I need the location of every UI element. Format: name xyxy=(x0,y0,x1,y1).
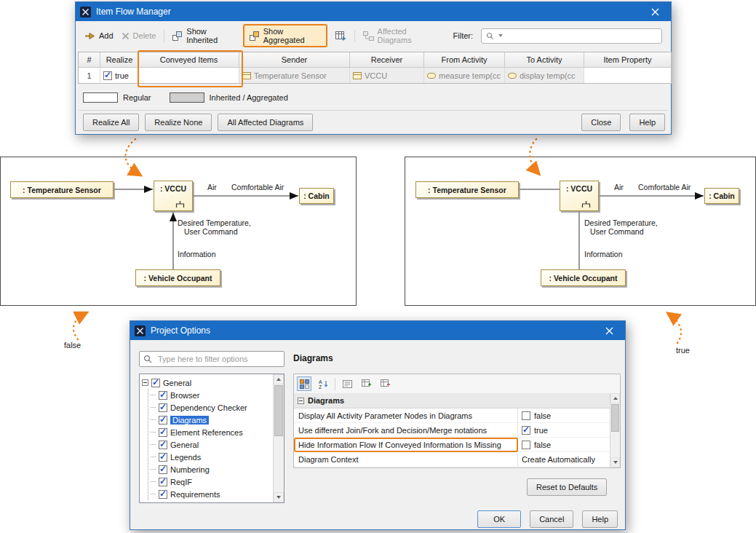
property-group-diagrams[interactable]: Diagrams xyxy=(294,393,610,408)
flow-label-comfortable-air: Comfortable Air xyxy=(231,183,284,192)
collapse-all-icon[interactable] xyxy=(378,376,392,391)
tree-checkbox[interactable] xyxy=(159,453,167,462)
tree-label-selected: Diagrams xyxy=(170,416,209,425)
close-icon[interactable] xyxy=(597,321,621,340)
property-value[interactable]: false xyxy=(518,408,610,423)
show-description-icon[interactable] xyxy=(340,376,354,391)
col-header-item-property[interactable]: Item Property xyxy=(584,52,671,68)
cell-realize[interactable]: true xyxy=(100,68,139,83)
scroll-down-icon[interactable] xyxy=(610,457,620,467)
tree-checkbox[interactable] xyxy=(151,379,160,387)
help-button[interactable]: Help xyxy=(629,114,665,131)
tree-checkbox[interactable] xyxy=(159,391,167,400)
tree-checkbox[interactable] xyxy=(159,428,167,437)
scroll-up-icon[interactable] xyxy=(274,374,284,384)
tree-item-reqif[interactable]: ReqIF xyxy=(148,475,273,488)
property-value[interactable]: true xyxy=(518,423,610,438)
tree-item-legends[interactable]: Legends xyxy=(148,451,273,463)
col-header-num[interactable]: # xyxy=(79,52,100,68)
scrollbar-thumb[interactable] xyxy=(611,404,619,432)
help-button[interactable]: Help xyxy=(582,510,618,528)
cell-item-property[interactable] xyxy=(584,68,671,83)
tree-item-diagrams[interactable]: Diagrams xyxy=(148,414,273,426)
filter-searchbox xyxy=(481,28,662,44)
cell-conveyed-items[interactable] xyxy=(139,68,239,83)
tree-checkbox[interactable] xyxy=(159,478,167,486)
cell-from-activity[interactable]: measure temp(cc xyxy=(424,68,505,83)
node-label: : Temperature Sensor xyxy=(428,186,506,194)
tree-item-browser[interactable]: Browser xyxy=(148,389,273,401)
affected-diagrams-label: Affected Diagrams xyxy=(378,27,437,44)
col-header-conveyed-items[interactable]: Conveyed Items xyxy=(139,52,239,68)
realize-checkbox[interactable] xyxy=(103,71,112,80)
all-affected-diagrams-button[interactable]: All Affected Diagrams xyxy=(218,114,313,131)
tree-item-element-references[interactable]: Element References xyxy=(148,426,273,438)
show-inherited-button[interactable]: Show Inherited xyxy=(172,27,234,44)
tree-checkbox[interactable] xyxy=(159,441,167,449)
options-filter-input[interactable] xyxy=(156,354,280,364)
property-row-highlighted[interactable]: Hide Information Flow If Conveyed Inform… xyxy=(294,438,610,452)
toolbar-separator xyxy=(335,378,335,390)
affected-diagrams-button[interactable]: Affected Diagrams xyxy=(363,27,437,44)
property-row[interactable]: Display All Activity Parameter Nodes in … xyxy=(294,408,610,423)
node-cabin: : Cabin xyxy=(299,188,334,204)
tree-item-numbering[interactable]: Numbering xyxy=(148,463,273,475)
property-row[interactable]: Use different Join/Fork and Decision/Mer… xyxy=(294,423,610,438)
collapse-icon[interactable] xyxy=(298,398,304,404)
node-vccu: : VCCU xyxy=(560,181,599,211)
scroll-down-icon[interactable] xyxy=(274,492,284,502)
table-row[interactable]: 1 true Temperature Sensor VCCU xyxy=(79,68,671,83)
node-label: : Cabin xyxy=(709,192,735,200)
realize-all-button[interactable]: Realize All xyxy=(83,114,139,131)
tree-checkbox[interactable] xyxy=(159,403,167,412)
col-header-to-activity[interactable]: To Activity xyxy=(505,52,584,68)
scroll-up-icon[interactable] xyxy=(610,393,620,403)
close-button[interactable]: Close xyxy=(581,114,621,131)
tree-scrollbar[interactable] xyxy=(273,374,284,502)
col-header-from-activity[interactable]: From Activity xyxy=(424,52,505,68)
cell-sender[interactable]: Temperature Sensor xyxy=(239,68,350,83)
col-header-receiver[interactable]: Receiver xyxy=(350,52,424,68)
scrollbar-thumb[interactable] xyxy=(274,385,283,436)
col-header-realize[interactable]: Realize xyxy=(100,52,139,68)
activity-icon xyxy=(427,72,436,79)
delete-button[interactable]: Delete xyxy=(122,31,156,40)
cell-to-activity[interactable]: display temp(cc xyxy=(505,68,584,83)
realize-none-button[interactable]: Realize None xyxy=(145,114,212,131)
node-temperature-sensor: : Temperature Sensor xyxy=(415,181,519,198)
legend-inherited-swatch xyxy=(170,92,204,103)
property-row[interactable]: Diagram Context Create Automatically xyxy=(294,452,610,467)
expand-all-icon[interactable] xyxy=(359,376,373,391)
tree-checkbox[interactable] xyxy=(159,416,167,425)
tree-checkbox[interactable] xyxy=(159,490,167,499)
columns-button[interactable] xyxy=(335,31,346,41)
filter-input[interactable] xyxy=(506,31,657,41)
sort-alphabetically-icon[interactable]: A Z xyxy=(316,376,330,391)
col-header-sender[interactable]: Sender xyxy=(239,52,350,68)
properties-scrollbar[interactable] xyxy=(610,393,620,467)
collapse-icon[interactable] xyxy=(142,379,148,386)
reset-to-defaults-button[interactable]: Reset to Defaults xyxy=(527,478,607,496)
add-button[interactable]: Add xyxy=(84,31,114,41)
tree-item-dependency-checker[interactable]: Dependency Checker xyxy=(148,401,273,414)
property-value[interactable]: false xyxy=(518,438,610,452)
categorized-view-icon[interactable] xyxy=(297,376,311,391)
options-searchbox xyxy=(139,351,285,367)
tree-item-general[interactable]: General xyxy=(148,438,273,451)
tree-item-requirements[interactable]: Requirements xyxy=(148,488,273,500)
project-options-titlebar: Project Options xyxy=(130,321,625,340)
tree-item-general-root[interactable]: General xyxy=(140,376,273,389)
cell-num[interactable]: 1 xyxy=(79,68,100,83)
ok-button[interactable]: OK xyxy=(477,510,521,528)
chevron-down-icon[interactable] xyxy=(498,34,504,38)
property-value[interactable]: Create Automatically xyxy=(518,452,610,467)
cancel-button[interactable]: Cancel xyxy=(530,510,573,528)
cell-receiver[interactable]: VCCU xyxy=(350,68,424,83)
show-aggregated-button[interactable]: Show Aggregated xyxy=(243,24,327,47)
value-checkbox[interactable] xyxy=(522,411,530,420)
tree-checkbox[interactable] xyxy=(159,465,167,474)
flow-label-information: Information xyxy=(178,250,216,258)
value-checkbox[interactable] xyxy=(522,441,530,449)
close-icon[interactable] xyxy=(643,2,667,21)
value-checkbox[interactable] xyxy=(522,426,530,435)
